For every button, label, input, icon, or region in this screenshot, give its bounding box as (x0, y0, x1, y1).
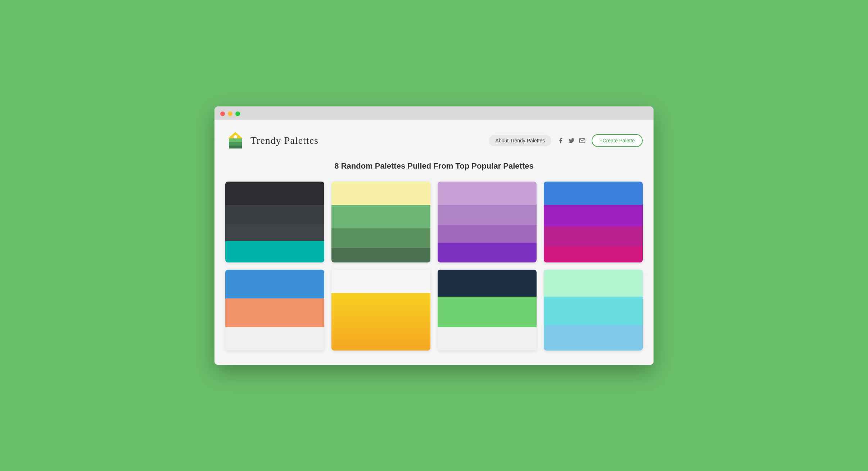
svg-rect-3 (229, 142, 242, 146)
swatch-stripe (438, 243, 537, 262)
logo-text: Trendy Palettes (250, 135, 318, 146)
swatch-stripe (331, 182, 430, 205)
swatch-stripe (544, 246, 643, 262)
logo-icon (225, 131, 245, 151)
create-palette-button[interactable]: +Create Palette (592, 134, 643, 147)
palette-grid (225, 182, 643, 351)
palette-swatch-6 (331, 270, 430, 351)
swatch-stripe (438, 225, 537, 243)
traffic-light-red[interactable] (220, 111, 225, 116)
palette-swatch-1 (225, 182, 324, 262)
logo-area: Trendy Palettes (225, 131, 318, 151)
palette-swatch-5 (225, 270, 324, 351)
browser-content: Trendy Palettes About Trendy Palettes (214, 120, 654, 365)
twitter-icon[interactable] (568, 137, 575, 144)
browser-chrome (214, 106, 654, 120)
palette-card-4[interactable] (544, 182, 643, 262)
swatch-stripe (544, 205, 643, 227)
browser-window: Trendy Palettes About Trendy Palettes (214, 106, 654, 365)
palette-swatch-4 (544, 182, 643, 262)
swatch-stripe (438, 205, 537, 225)
swatch-stripe (225, 327, 324, 351)
social-icons (557, 137, 586, 144)
nav-right: About Trendy Palettes (489, 134, 643, 147)
svg-rect-4 (229, 146, 242, 148)
palette-swatch-7 (438, 270, 537, 351)
swatch-stripe (331, 228, 430, 248)
swatch-stripe (225, 270, 324, 298)
swatch-stripe (331, 270, 430, 293)
swatch-stripe (331, 205, 430, 228)
palette-swatch-2 (331, 182, 430, 262)
palette-card-3[interactable] (438, 182, 537, 262)
palette-swatch-8 (544, 270, 643, 351)
swatch-stripe (225, 182, 324, 205)
traffic-light-green[interactable] (235, 111, 240, 116)
swatch-stripe (438, 182, 537, 205)
email-icon[interactable] (579, 137, 586, 144)
main-heading: 8 Random Palettes Pulled From Top Popula… (225, 161, 643, 171)
palette-swatch-3 (438, 182, 537, 262)
swatch-stripe (331, 248, 430, 262)
svg-point-1 (234, 135, 237, 139)
navbar: Trendy Palettes About Trendy Palettes (225, 127, 643, 158)
swatch-stripe (331, 293, 430, 351)
swatch-stripe (438, 327, 537, 351)
swatch-stripe (438, 297, 537, 327)
swatch-stripe (544, 182, 643, 205)
traffic-light-yellow[interactable] (228, 111, 232, 116)
swatch-stripe (438, 270, 537, 297)
swatch-stripe (225, 225, 324, 241)
about-button[interactable]: About Trendy Palettes (489, 135, 552, 146)
palette-card-5[interactable] (225, 270, 324, 351)
palette-card-2[interactable] (331, 182, 430, 262)
swatch-stripe (544, 270, 643, 297)
swatch-stripe (544, 227, 643, 246)
palette-card-6[interactable] (331, 270, 430, 351)
facebook-icon[interactable] (557, 137, 564, 144)
swatch-stripe (544, 325, 643, 351)
palette-card-7[interactable] (438, 270, 537, 351)
palette-card-8[interactable] (544, 270, 643, 351)
palette-card-1[interactable] (225, 182, 324, 262)
swatch-stripe (544, 297, 643, 325)
swatch-stripe (225, 241, 324, 262)
svg-rect-2 (229, 138, 242, 142)
swatch-stripe (225, 205, 324, 225)
swatch-stripe (225, 298, 324, 327)
